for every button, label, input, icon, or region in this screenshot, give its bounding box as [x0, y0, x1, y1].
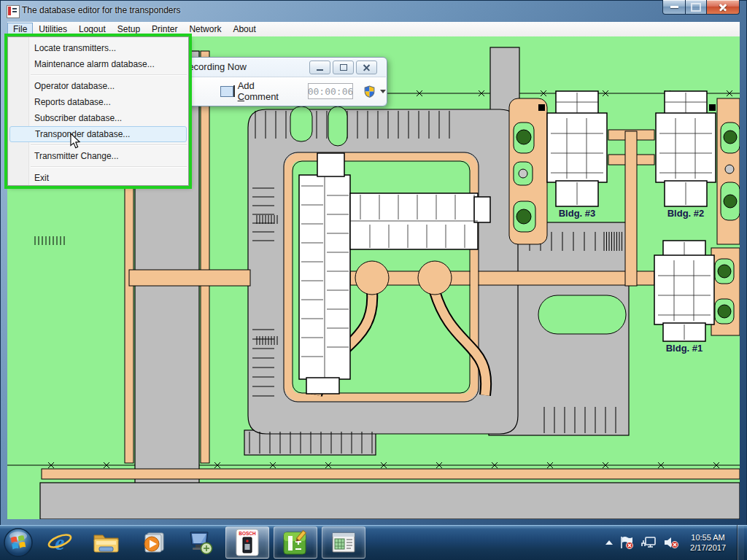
- menu-bar: File Utilities Loqout Setup Printer Netw…: [7, 22, 740, 37]
- building-2-label: Bldg. #2: [667, 208, 705, 219]
- recorder-maximize-button[interactable]: [333, 61, 354, 74]
- action-center-flag-icon: [619, 536, 634, 549]
- menu-separator: [31, 166, 187, 168]
- mouse-cursor: [69, 133, 81, 149]
- menu-file[interactable]: File: [7, 23, 33, 36]
- minimize-icon: [670, 6, 678, 8]
- start-button[interactable]: [0, 525, 36, 560]
- file-menu-popup: Locate transmitters... Maintenance alarm…: [7, 36, 189, 186]
- menu-item-transmitter-change[interactable]: Transmitter Change...: [9, 148, 187, 164]
- building-1-label: Bldg. #1: [666, 343, 703, 354]
- taskbar-remote-pc-button[interactable]: [179, 527, 221, 558]
- menu-loqout[interactable]: Loqout: [73, 23, 112, 36]
- remote-computer-icon: [186, 530, 214, 555]
- menu-utilities[interactable]: Utilities: [33, 23, 73, 36]
- taskbar-steps-recorder-button[interactable]: [274, 526, 317, 559]
- menu-network[interactable]: Network: [183, 23, 227, 36]
- menu-item-operator-database[interactable]: Operator database...: [9, 78, 187, 94]
- menu-item-locate-transmitters[interactable]: Locate transmitters...: [9, 40, 187, 56]
- show-hidden-icons-button[interactable]: [605, 540, 613, 545]
- taskbar-bosch-app-button[interactable]: BOSCH: [225, 526, 269, 559]
- building-3-label: Bldg. #3: [559, 208, 596, 219]
- speaker-muted-icon: [663, 536, 679, 549]
- menu-setup[interactable]: Setup: [112, 23, 146, 36]
- help-dropdown[interactable]: [363, 85, 386, 98]
- menu-item-exit[interactable]: Exit: [9, 170, 187, 186]
- recorder-title: Recording Now: [182, 61, 247, 72]
- comment-icon: [220, 86, 233, 97]
- menu-printer[interactable]: Printer: [146, 23, 183, 36]
- volume-button[interactable]: [663, 536, 679, 549]
- network-icon: [640, 536, 657, 549]
- svg-text:BOSCH: BOSCH: [239, 531, 256, 536]
- add-comment-button[interactable]: Add Comment: [238, 80, 292, 102]
- action-center-button[interactable]: [619, 536, 634, 549]
- menu-separator: [31, 144, 187, 146]
- clock-time: 10:55 AM: [690, 532, 726, 542]
- database-editor-icon: [330, 531, 357, 554]
- system-tray: 10:55 AM 2/17/2017: [605, 525, 747, 560]
- steps-recorder-icon: [282, 529, 309, 556]
- maximize-icon: [340, 64, 347, 71]
- window-title: The database editor for the transponders: [22, 5, 180, 15]
- minimize-button[interactable]: [662, 0, 686, 15]
- bosch-app-icon: BOSCH: [235, 529, 260, 556]
- show-desktop-button[interactable]: [737, 525, 744, 560]
- chevron-up-icon: [605, 540, 613, 545]
- recorder-minimize-button[interactable]: [309, 61, 330, 74]
- maximize-button[interactable]: [686, 0, 706, 15]
- maximize-icon: [691, 3, 701, 12]
- media-player-icon: [140, 530, 166, 555]
- screen: The database editor for the transponders…: [0, 0, 747, 560]
- menu-item-maintenance-alarm-database[interactable]: Maintenance alarm database...: [9, 56, 187, 72]
- app-icon: [7, 5, 20, 18]
- menu-about[interactable]: About: [227, 23, 261, 36]
- taskbar-database-editor-button[interactable]: [322, 526, 365, 559]
- taskbar-ie-button[interactable]: e: [39, 527, 81, 558]
- close-icon: [363, 63, 371, 71]
- internet-explorer-icon: e: [47, 529, 73, 556]
- close-button[interactable]: [706, 0, 740, 15]
- recorder-close-button[interactable]: [356, 61, 377, 74]
- taskbar: e: [0, 525, 747, 560]
- clock-date: 2/17/2017: [690, 542, 726, 553]
- minimize-icon: [317, 69, 323, 71]
- windows-start-icon: [3, 527, 34, 558]
- uac-shield-icon: [363, 85, 376, 98]
- chevron-down-icon: [380, 90, 386, 93]
- svg-text:e: e: [55, 530, 64, 554]
- taskbar-media-player-button[interactable]: [132, 527, 174, 558]
- network-status-button[interactable]: [640, 536, 657, 549]
- menu-item-transponder-database[interactable]: Transponder database...: [9, 126, 187, 142]
- close-icon: [718, 2, 728, 12]
- title-bar: The database editor for the transponders: [0, 0, 747, 22]
- menu-separator: [31, 74, 187, 76]
- menu-item-reports-database[interactable]: Reports database...: [9, 94, 187, 110]
- menu-item-subscriber-database[interactable]: Subscriber database...: [9, 110, 187, 126]
- caption-buttons: [662, 0, 740, 15]
- folder-icon: [93, 531, 120, 554]
- taskbar-clock[interactable]: 10:55 AM 2/17/2017: [690, 532, 726, 553]
- recording-timer: 00:00:06: [308, 83, 353, 99]
- taskbar-explorer-button[interactable]: [85, 527, 128, 558]
